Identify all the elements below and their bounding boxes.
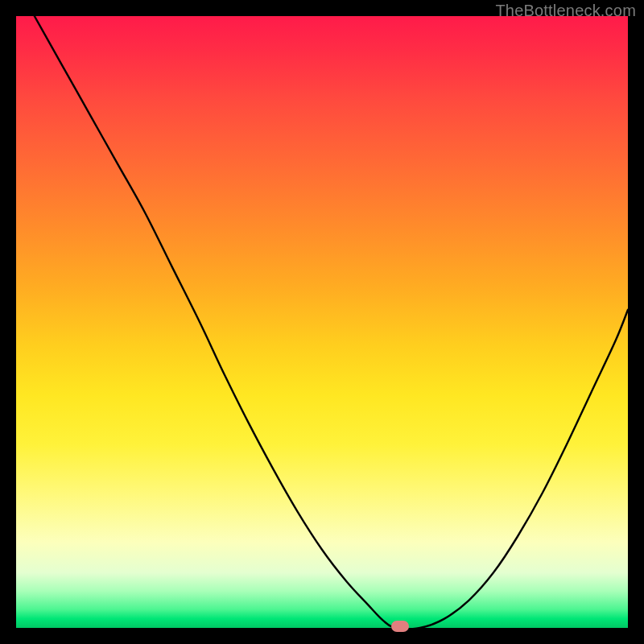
curve-svg (16, 16, 628, 628)
bottleneck-curve (35, 16, 628, 628)
plot-area (16, 16, 628, 628)
chart-frame: TheBottleneck.com (0, 0, 644, 644)
optimum-marker (391, 621, 409, 632)
